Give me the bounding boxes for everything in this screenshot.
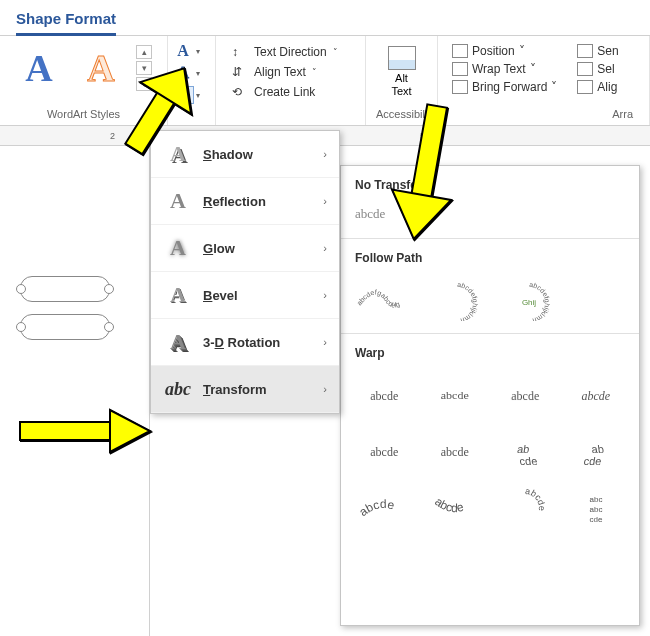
- effects-menu-glow[interactable]: A Glow ›: [151, 225, 339, 272]
- warp-chevron-up[interactable]: abcde: [353, 430, 416, 474]
- align-text-icon: ⇵: [232, 65, 248, 79]
- annotation-arrow-1: [105, 55, 205, 179]
- effects-menu-bevel[interactable]: A Bevel ›: [151, 272, 339, 319]
- svg-text:ab: ab: [590, 443, 604, 455]
- selection-icon: [577, 62, 593, 76]
- position-button[interactable]: Position ˅: [448, 42, 561, 60]
- selection-button[interactable]: Sel: [573, 60, 622, 78]
- svg-text:cde: cde: [589, 515, 602, 524]
- bevel-icon: A: [165, 282, 191, 308]
- effects-menu-3d-rotation[interactable]: A 3-D Rotation ›: [151, 319, 339, 366]
- alt-text-icon: [388, 46, 416, 70]
- svg-rect-18: [20, 422, 115, 440]
- transform-icon: abc: [165, 376, 191, 402]
- svg-text:abc: abc: [589, 505, 602, 514]
- warp-ring-inside[interactable]: abcde: [494, 430, 557, 474]
- follow-path-button[interactable]: abcdefghijklmnGhij: [497, 279, 561, 323]
- svg-text:abcde: abcde: [525, 488, 547, 511]
- follow-path-arch[interactable]: abcdefgabcdefg: [353, 279, 417, 323]
- create-link-button[interactable]: ⟲ Create Link: [226, 82, 355, 102]
- svg-text:abc: abc: [589, 495, 602, 504]
- bring-forward-button[interactable]: Bring Forward ˅: [448, 78, 561, 96]
- svg-marker-19: [110, 410, 150, 452]
- warp-triangle-up[interactable]: abcde: [491, 376, 559, 420]
- svg-text:cde: cde: [519, 455, 538, 467]
- effects-menu-reflection[interactable]: A Reflection ›: [151, 178, 339, 225]
- shape-rounded-rect-1[interactable]: [20, 276, 110, 302]
- send-icon: [577, 44, 593, 58]
- bring-forward-icon: [452, 80, 468, 94]
- reflection-icon: A: [165, 188, 191, 214]
- submenu-arrow-icon: ›: [323, 336, 327, 348]
- rotation-3d-icon: A: [165, 329, 191, 355]
- warp-ring-outside[interactable]: abcde: [565, 430, 628, 474]
- arrange-group-label: Arra: [448, 108, 639, 123]
- warp-button[interactable]: abcabccde: [565, 486, 628, 530]
- submenu-arrow-icon: ›: [323, 148, 327, 160]
- annotation-arrow-3: [15, 400, 155, 464]
- svg-text:ab: ab: [517, 443, 531, 455]
- document-canvas[interactable]: [0, 146, 150, 636]
- warp-plain[interactable]: abcde: [353, 374, 416, 418]
- svg-text:abcdefgabcdefg: abcdefgabcdefg: [355, 289, 401, 310]
- follow-path-circle[interactable]: abcdefghijklmn: [425, 279, 489, 323]
- text-layout-group: ↕ Text Direction ˅ ⇵ Align Text ˅ ⟲ Crea…: [216, 36, 366, 125]
- svg-rect-16: [410, 104, 447, 206]
- glow-icon: A: [165, 235, 191, 261]
- warp-arch-down[interactable]: abcde: [424, 486, 487, 530]
- svg-text:Ghij: Ghij: [522, 298, 536, 307]
- ribbon: A A ▴ ▾ ▾ WordArt Styles A▾ A▾ A▾ ↕ Text…: [0, 36, 650, 126]
- link-icon: ⟲: [232, 85, 248, 99]
- alt-text-button[interactable]: AltText: [376, 42, 427, 102]
- submenu-arrow-icon: ›: [323, 383, 327, 395]
- warp-triangle-down[interactable]: abcde: [565, 374, 628, 418]
- submenu-arrow-icon: ›: [323, 289, 327, 301]
- wrap-text-button[interactable]: Wrap Text ˅: [448, 60, 561, 78]
- align-text-button[interactable]: ⇵ Align Text ˅: [226, 62, 355, 82]
- svg-text:abcde: abcde: [432, 494, 465, 515]
- warp-heading: Warp: [341, 338, 639, 368]
- wrap-text-icon: [452, 62, 468, 76]
- position-icon: [452, 44, 468, 58]
- text-direction-button[interactable]: ↕ Text Direction ˅: [226, 42, 355, 62]
- effects-menu-transform[interactable]: abc Transform ›: [151, 366, 339, 413]
- svg-text:abcdefghijklmn: abcdefghijklmn: [457, 281, 479, 321]
- submenu-arrow-icon: ›: [323, 195, 327, 207]
- warp-stop[interactable]: abcde: [424, 377, 487, 414]
- wordart-style-blue[interactable]: A: [10, 42, 68, 94]
- shape-rounded-rect-2[interactable]: [20, 314, 110, 340]
- align-icon: [577, 80, 593, 94]
- svg-text:cde: cde: [583, 455, 602, 467]
- send-button[interactable]: Sen: [573, 42, 622, 60]
- align-button[interactable]: Alig: [573, 78, 622, 96]
- text-direction-icon: ↕: [232, 45, 248, 59]
- svg-text:abcde: abcde: [357, 497, 396, 519]
- warp-circle[interactable]: abcde: [494, 486, 557, 530]
- annotation-arrow-2: [375, 95, 475, 259]
- svg-marker-17: [384, 189, 451, 244]
- submenu-arrow-icon: ›: [323, 242, 327, 254]
- warp-chevron-down[interactable]: abcde: [424, 430, 487, 474]
- tab-shape-format[interactable]: Shape Format: [16, 10, 116, 36]
- warp-arch-up[interactable]: abcde: [353, 486, 416, 530]
